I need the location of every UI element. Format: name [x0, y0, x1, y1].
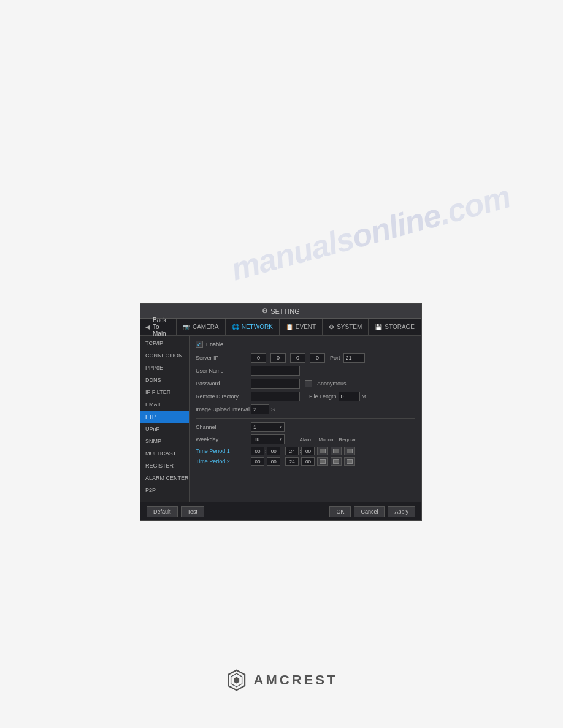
- sidebar-item-ddns[interactable]: DDNS: [140, 374, 189, 386]
- sidebar-item-connection[interactable]: CONNECTION: [140, 349, 189, 362]
- password-label: Password: [196, 381, 251, 387]
- dialog-title: SETTING: [270, 308, 300, 315]
- system-icon: ⚙: [329, 324, 334, 330]
- password-row: Password Anonymous: [196, 379, 415, 389]
- sidebar-item-pppoe[interactable]: PPPoE: [140, 362, 189, 374]
- file-length-label: File Length: [309, 393, 337, 400]
- tp1-start-m[interactable]: [267, 447, 280, 455]
- s-unit-label: S: [271, 406, 275, 412]
- enable-label: Enable: [206, 341, 223, 347]
- tp1-end-h[interactable]: [285, 447, 299, 455]
- gear-icon: ⚙: [262, 307, 268, 315]
- logo-container: AMCREST: [226, 669, 338, 691]
- ftp-settings-panel: Enable Server IP - - - Port: [190, 336, 421, 502]
- sidebar-item-tcpip[interactable]: TCP/IP: [140, 337, 189, 349]
- file-length-input[interactable]: [339, 392, 360, 401]
- colon1: :: [265, 449, 266, 454]
- time-period-2-inputs: : :: [251, 457, 355, 466]
- tab-event[interactable]: 📋 EVENT: [280, 319, 323, 335]
- sidebar-item-alarmcenter[interactable]: ALARM CENTER: [140, 472, 189, 484]
- ip-input-group: - - - Port: [251, 353, 365, 363]
- time-period-2-label: Time Period 2: [196, 458, 251, 464]
- left-action-buttons: Default Test: [147, 506, 204, 517]
- divider: [196, 418, 415, 419]
- tp1-start-h[interactable]: [251, 447, 264, 455]
- username-row: User Name: [196, 366, 415, 376]
- tp1-alarm-btn[interactable]: [317, 447, 328, 455]
- ip-octet4[interactable]: [310, 353, 325, 363]
- colon3: :: [265, 459, 266, 464]
- ip-octet2[interactable]: [270, 353, 286, 363]
- time-period-1-label: Time Period 1: [196, 448, 251, 454]
- channel-select[interactable]: 1: [251, 422, 285, 432]
- enable-checkbox[interactable]: [196, 341, 203, 348]
- remote-directory-label: Remote Directory: [196, 393, 251, 400]
- tp2-start-h[interactable]: [251, 457, 264, 466]
- ok-button[interactable]: OK: [329, 506, 351, 517]
- server-ip-row: Server IP - - - Port: [196, 353, 415, 363]
- remote-directory-input[interactable]: [251, 392, 300, 401]
- ip-sep3: -: [307, 355, 308, 361]
- tp2-alarm-btn[interactable]: [317, 457, 328, 466]
- right-action-buttons: OK Cancel Apply: [329, 506, 415, 517]
- weekday-label: Weekday: [196, 436, 251, 442]
- tab-network[interactable]: 🌐 NETWORK: [226, 319, 280, 335]
- tp2-end-m[interactable]: [301, 457, 315, 466]
- sidebar: TCP/IP CONNECTION PPPoE DDNS IP FILTER E…: [140, 336, 190, 502]
- tab-system[interactable]: ⚙ SYSTEM: [323, 319, 369, 335]
- username-label: User Name: [196, 368, 251, 374]
- tab-system-label: SYSTEM: [337, 324, 362, 330]
- colon2: :: [299, 449, 301, 454]
- sidebar-item-snmp[interactable]: SNMP: [140, 435, 189, 447]
- tp2-motion-btn[interactable]: [331, 457, 342, 466]
- sidebar-item-register[interactable]: REGISTER: [140, 460, 189, 472]
- username-input[interactable]: [251, 366, 300, 376]
- weekday-select-wrapper: Tu Mo We Th Fr Sa Su: [251, 434, 285, 444]
- image-upload-input[interactable]: [251, 404, 269, 414]
- password-input[interactable]: [251, 379, 300, 389]
- tp1-motion-btn[interactable]: [331, 447, 342, 455]
- tp2-end-h[interactable]: [285, 457, 299, 466]
- tab-event-label: EVENT: [296, 324, 316, 330]
- camera-icon: 📷: [183, 324, 190, 330]
- default-button[interactable]: Default: [147, 506, 178, 517]
- image-upload-row: Image Upload Interval S: [196, 404, 415, 414]
- tp2-regular-btn[interactable]: [344, 457, 355, 466]
- anonymous-row: Anonymous: [305, 380, 347, 387]
- back-arrow-icon: ◀: [145, 324, 150, 330]
- colon4: :: [299, 459, 301, 464]
- storage-icon: 💾: [375, 324, 382, 330]
- anonymous-checkbox[interactable]: [305, 380, 312, 387]
- sidebar-item-email[interactable]: EMAIL: [140, 398, 189, 411]
- tab-camera[interactable]: 📷 CAMERA: [177, 319, 226, 335]
- time-period-1-row: Time Period 1 : :: [196, 447, 415, 455]
- channel-select-wrapper: 1: [251, 422, 285, 432]
- test-button[interactable]: Test: [181, 506, 205, 517]
- title-bar: ⚙ SETTING: [140, 304, 421, 319]
- watermark: manualsonline.com: [227, 178, 514, 287]
- sidebar-item-ftp[interactable]: FTP: [140, 411, 189, 423]
- tab-storage[interactable]: 💾 STORAGE: [369, 319, 421, 335]
- sidebar-item-ipfilter[interactable]: IP FILTER: [140, 386, 189, 398]
- alarm-col-header: Alarm: [297, 437, 315, 442]
- sidebar-item-multicast[interactable]: MULTICAST: [140, 447, 189, 460]
- event-icon: 📋: [286, 324, 293, 330]
- sidebar-item-upnp[interactable]: UPnP: [140, 423, 189, 435]
- tab-camera-label: CAMERA: [193, 324, 219, 330]
- tp1-regular-btn[interactable]: [344, 447, 355, 455]
- tp1-alarm-icon: [320, 449, 326, 453]
- port-label: Port: [330, 355, 340, 361]
- back-to-main-button[interactable]: ◀ Back To Main: [140, 319, 177, 335]
- image-upload-label: Image Upload Interval: [196, 406, 251, 412]
- tp2-start-m[interactable]: [267, 457, 280, 466]
- port-input[interactable]: [343, 353, 365, 363]
- cancel-button[interactable]: Cancel: [354, 506, 385, 517]
- ip-octet3[interactable]: [290, 353, 305, 363]
- regular-col-header: Regular: [337, 437, 358, 442]
- weekday-select[interactable]: Tu Mo We Th Fr Sa Su: [251, 434, 285, 444]
- sidebar-item-p2p[interactable]: P2P: [140, 484, 189, 496]
- ip-octet1[interactable]: [251, 353, 266, 363]
- tp1-end-m[interactable]: [301, 447, 315, 455]
- tp1-motion-icon: [333, 449, 339, 453]
- apply-button[interactable]: Apply: [388, 506, 415, 517]
